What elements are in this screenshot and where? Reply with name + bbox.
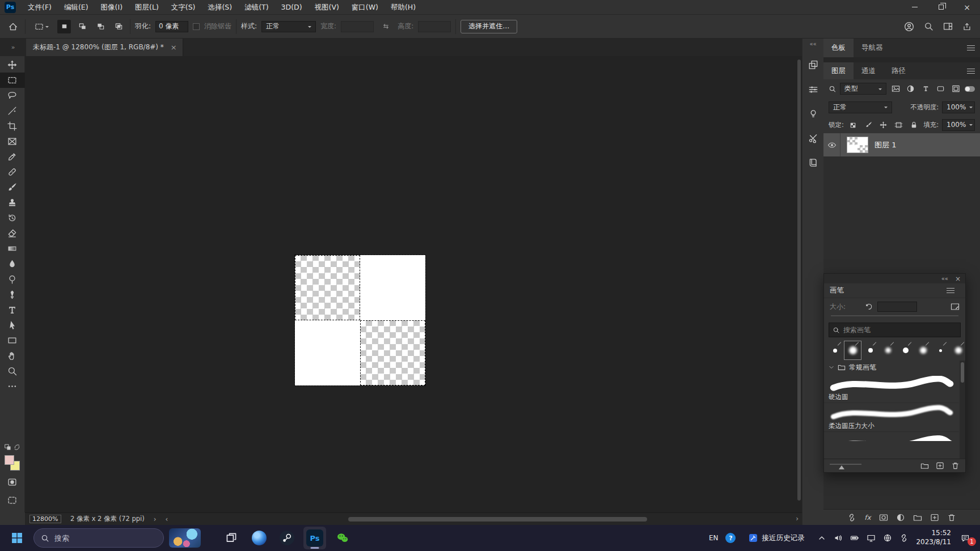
layer-thumbnail[interactable] bbox=[847, 137, 868, 153]
slider-handle-icon[interactable] bbox=[839, 465, 844, 469]
tab-navigator[interactable]: 导航器 bbox=[854, 39, 891, 57]
filter-type-dropdown[interactable]: 类型 bbox=[840, 83, 886, 95]
pixel-transparent-top-left[interactable] bbox=[295, 255, 360, 320]
start-button[interactable] bbox=[6, 527, 28, 549]
brush-item-soft-round-pressure[interactable]: 柔边圆压力大小 bbox=[824, 403, 959, 432]
hand-tool[interactable] bbox=[0, 348, 25, 363]
feather-input[interactable] bbox=[155, 21, 188, 32]
brush-settings-panel-icon[interactable] bbox=[951, 302, 960, 311]
quick-selection-tool[interactable] bbox=[0, 103, 25, 118]
blend-mode-dropdown[interactable]: 正常 bbox=[829, 101, 892, 113]
close-button[interactable]: × bbox=[954, 0, 980, 14]
adjustment-layer-icon[interactable] bbox=[896, 513, 905, 522]
filter-adjustment-layers-button[interactable] bbox=[905, 83, 916, 94]
tab-layers[interactable]: 图层 bbox=[823, 62, 854, 79]
brush-search-input[interactable] bbox=[843, 326, 957, 334]
history-brush-tool[interactable] bbox=[0, 210, 25, 226]
steam-app-button[interactable] bbox=[276, 527, 298, 549]
rectangular-marquee-tool[interactable] bbox=[0, 73, 25, 88]
menu-item-select[interactable]: 选择(S) bbox=[201, 0, 238, 15]
panel-button-learn[interactable] bbox=[805, 106, 821, 122]
minimize-button[interactable] bbox=[902, 0, 928, 14]
menu-item-filter[interactable]: 滤镜(T) bbox=[238, 0, 274, 15]
widgets-button[interactable] bbox=[169, 528, 201, 548]
close-tab-icon[interactable]: × bbox=[171, 43, 177, 52]
brushes-scrollbar-thumb[interactable] bbox=[961, 362, 964, 383]
tab-paths[interactable]: 路径 bbox=[884, 62, 914, 79]
scrollbar-right-arrow[interactable]: › bbox=[796, 515, 799, 523]
panel-button-clone-source[interactable] bbox=[805, 57, 821, 73]
move-tool[interactable] bbox=[0, 57, 25, 73]
notification-center-button[interactable]: 1 bbox=[958, 532, 972, 544]
brush-item-partial[interactable] bbox=[824, 432, 959, 441]
brush-item-hard-round[interactable]: 硬边圆 bbox=[824, 374, 959, 403]
link-layers-icon[interactable] bbox=[847, 513, 856, 522]
clock[interactable]: 15:52 2023/8/11 bbox=[916, 529, 951, 546]
screen-mode-button[interactable] bbox=[0, 493, 25, 507]
reset-icon[interactable] bbox=[865, 303, 873, 311]
pen-tool[interactable] bbox=[0, 287, 25, 302]
pixel-transparent-bottom-right[interactable] bbox=[360, 320, 425, 385]
tab-swatches[interactable]: 色板 bbox=[823, 39, 854, 57]
document-tab[interactable]: 未标题-1 @ 12800% (图层 1, RGB/8#) * × bbox=[26, 39, 183, 56]
new-selection-button[interactable] bbox=[57, 20, 71, 33]
filtering-toggle[interactable] bbox=[965, 86, 975, 92]
brush-group-general[interactable]: 常规画笔 bbox=[824, 361, 959, 374]
canvas-area[interactable] bbox=[25, 56, 802, 512]
status-prev-chevron[interactable]: ‹ bbox=[166, 515, 168, 523]
photoshop-app-button[interactable]: Ps bbox=[303, 527, 326, 549]
link-icon[interactable] bbox=[899, 533, 909, 542]
language-indicator[interactable]: EN bbox=[709, 534, 719, 542]
share-button[interactable] bbox=[960, 19, 974, 34]
zoom-tool[interactable] bbox=[0, 363, 25, 379]
vertical-scrollbar-thumb[interactable] bbox=[797, 60, 801, 501]
edit-toolbar-button[interactable] bbox=[0, 379, 25, 394]
brush-preset[interactable] bbox=[950, 341, 965, 359]
layer-mask-icon[interactable] bbox=[879, 513, 888, 522]
rectangle-tool[interactable] bbox=[0, 333, 25, 348]
toolbar-collapse-chevron[interactable]: » bbox=[0, 39, 26, 56]
home-button[interactable] bbox=[6, 19, 20, 34]
type-tool[interactable] bbox=[0, 302, 25, 317]
pixel-white-top-right[interactable] bbox=[360, 255, 425, 320]
search-button[interactable] bbox=[921, 19, 936, 34]
eraser-tool[interactable] bbox=[0, 226, 25, 241]
new-group-icon[interactable] bbox=[913, 513, 922, 522]
clone-stamp-tool[interactable] bbox=[0, 195, 25, 210]
swap-dimensions-button[interactable] bbox=[378, 19, 393, 34]
select-and-mask-button[interactable]: 选择并遮住… bbox=[461, 20, 517, 33]
height-input[interactable] bbox=[418, 21, 451, 32]
intersect-selection-button[interactable] bbox=[112, 20, 125, 33]
lock-all-button[interactable] bbox=[908, 120, 920, 130]
new-layer-icon[interactable] bbox=[930, 513, 939, 522]
path-selection-tool[interactable] bbox=[0, 317, 25, 333]
task-view-button[interactable] bbox=[220, 527, 243, 549]
brush-preset[interactable] bbox=[827, 341, 843, 359]
panel-button-notes[interactable] bbox=[805, 130, 821, 146]
network-icon[interactable] bbox=[867, 533, 876, 542]
taskbar-search[interactable] bbox=[33, 528, 164, 548]
quick-mask-button[interactable] bbox=[0, 475, 25, 489]
spot-healing-brush-tool[interactable] bbox=[0, 164, 25, 180]
new-brush-icon[interactable] bbox=[936, 461, 944, 470]
layer-name[interactable]: 图层 1 bbox=[875, 140, 896, 150]
zoom-level-input[interactable]: 12800% bbox=[29, 515, 61, 523]
battery-icon[interactable] bbox=[850, 533, 859, 542]
panel-menu-icon[interactable] bbox=[967, 69, 975, 74]
delete-brush-icon[interactable] bbox=[951, 461, 960, 470]
brush-preset[interactable] bbox=[915, 341, 931, 359]
filter-pixel-layers-button[interactable] bbox=[890, 83, 901, 94]
chevron-up-icon[interactable] bbox=[817, 533, 826, 542]
collapse-panel-chevrons[interactable]: «« bbox=[941, 276, 948, 282]
fill-dropdown[interactable]: 100% bbox=[942, 119, 975, 131]
layer-visibility-toggle[interactable] bbox=[823, 133, 840, 156]
default-colors-icon[interactable] bbox=[5, 444, 11, 451]
frame-tool[interactable] bbox=[0, 134, 25, 149]
wechat-app-button[interactable] bbox=[331, 527, 354, 549]
foreground-color-swatch[interactable] bbox=[5, 455, 14, 465]
taskbar-search-input[interactable] bbox=[54, 534, 157, 542]
dodge-tool[interactable] bbox=[0, 272, 25, 287]
filter-smart-objects-button[interactable] bbox=[950, 83, 961, 94]
workspace-button[interactable] bbox=[940, 19, 955, 34]
menu-item-type[interactable]: 文字(S) bbox=[165, 0, 202, 15]
